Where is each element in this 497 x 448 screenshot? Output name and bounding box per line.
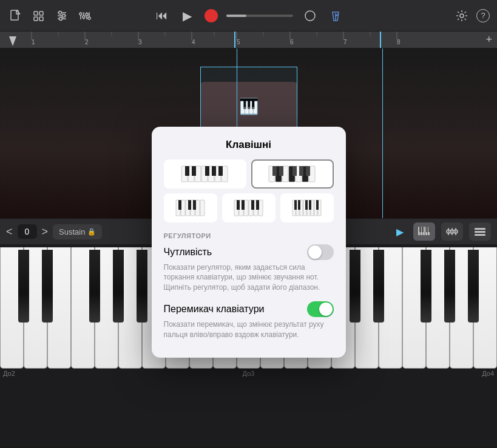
svg-rect-3 <box>34 17 38 21</box>
svg-rect-0 <box>11 10 18 20</box>
next-octave-button[interactable]: > <box>42 226 49 238</box>
tracks-icon[interactable] <box>30 7 47 24</box>
keyboard-switch-toggle-thumb <box>319 303 333 316</box>
settings-icon[interactable] <box>453 7 470 24</box>
playhead-line-2 <box>382 48 383 218</box>
toolbar-center: ⏮ ▶ <box>154 7 344 24</box>
piano-key-black[interactable] <box>89 250 100 323</box>
svg-rect-98 <box>251 200 254 210</box>
svg-rect-55 <box>475 231 485 233</box>
new-song-icon[interactable] <box>7 7 24 24</box>
svg-rect-2 <box>39 12 43 15</box>
svg-rect-80 <box>306 166 310 176</box>
expand-button[interactable]: ▶ <box>393 224 407 239</box>
keyboard-options-bottom <box>164 193 334 222</box>
sensitivity-toggle-thumb <box>308 246 322 259</box>
progress-bar[interactable] <box>226 15 293 17</box>
svg-rect-89 <box>193 200 196 210</box>
timeline-ruler: 1 2 3 4 5 6 7 8 + <box>0 32 497 48</box>
progress-bar-fill <box>226 15 246 17</box>
svg-point-16 <box>83 16 85 18</box>
loop-icon[interactable] <box>302 7 319 24</box>
keyboard-settings-modal: Клавішні <box>152 127 346 358</box>
piano-key-black[interactable] <box>42 250 53 323</box>
svg-rect-1 <box>34 12 38 15</box>
svg-rect-67 <box>212 166 216 176</box>
keyboard-option-4[interactable] <box>222 193 276 222</box>
sustain-button[interactable]: Sustain 🔒 <box>53 224 102 239</box>
note-labels: До2 До3 До4 <box>0 370 497 377</box>
list-view-button[interactable] <box>469 222 491 241</box>
svg-rect-112 <box>316 200 319 210</box>
svg-rect-46 <box>426 227 428 232</box>
sustain-label: Sustain <box>59 227 85 236</box>
record-button[interactable] <box>205 9 218 22</box>
svg-rect-110 <box>305 200 308 210</box>
svg-rect-108 <box>294 200 297 210</box>
piano-key-black[interactable] <box>18 250 29 323</box>
svg-rect-47 <box>428 227 430 232</box>
keyboard-option-2[interactable] <box>251 159 334 189</box>
svg-rect-65 <box>192 166 196 176</box>
svg-rect-66 <box>205 166 209 176</box>
piano-key-black[interactable] <box>421 250 431 323</box>
svg-rect-4 <box>39 17 43 21</box>
modal-title: Клавішні <box>164 139 334 151</box>
sensitivity-label: Чутливість <box>164 247 212 258</box>
keyboard-options-top <box>164 159 334 189</box>
svg-point-10 <box>59 17 63 20</box>
play-button[interactable]: ▶ <box>179 7 196 24</box>
keyboard-switch-toggle[interactable] <box>307 301 334 317</box>
keyboard-option-5[interactable] <box>280 193 334 222</box>
svg-point-17 <box>86 13 88 16</box>
svg-rect-56 <box>475 234 485 236</box>
help-icon[interactable]: ? <box>476 9 490 22</box>
svg-point-18 <box>88 17 90 19</box>
keyboard-switch-row: Перемикач клавіатури <box>164 301 334 317</box>
keyboard-option-3[interactable] <box>164 193 217 222</box>
keyboard-switch-label: Перемикач клавіатури <box>164 304 265 315</box>
do4-label: До4 <box>482 370 494 377</box>
svg-rect-68 <box>218 166 223 176</box>
sensitivity-description: Показати регулятор, яким задається сила … <box>164 262 334 293</box>
rewind-button[interactable]: ⏮ <box>154 7 171 24</box>
svg-point-19 <box>305 11 315 21</box>
metronome-icon[interactable] <box>327 7 344 24</box>
prev-octave-button[interactable]: < <box>6 226 13 238</box>
chord-view-button[interactable] <box>441 222 463 241</box>
keyboard-option-1[interactable] <box>164 159 246 189</box>
control-bar-right: ▶ <box>393 222 491 241</box>
sensitivity-toggle[interactable] <box>307 244 334 260</box>
svg-rect-77 <box>279 166 283 176</box>
mixer-icon[interactable] <box>53 7 70 24</box>
main-toolbar: ⏮ ▶ ? <box>0 0 497 32</box>
svg-point-9 <box>63 14 66 17</box>
piano-key-black[interactable] <box>113 250 124 323</box>
svg-rect-96 <box>237 200 240 210</box>
piano-key-black[interactable] <box>444 250 455 323</box>
svg-rect-111 <box>309 200 311 210</box>
piano-key-black[interactable] <box>350 250 360 323</box>
svg-rect-76 <box>272 166 277 176</box>
sensitivity-row: Чутливість <box>164 244 334 260</box>
svg-rect-99 <box>256 200 259 210</box>
keyboard-switch-description: Показати перемикач, що змінює результат … <box>164 319 334 340</box>
toolbar-right: ? <box>349 7 490 24</box>
toolbar-left <box>7 7 149 24</box>
piano-key-black[interactable] <box>373 250 384 323</box>
do2-label: До2 <box>3 370 15 377</box>
svg-rect-78 <box>292 166 297 176</box>
svg-rect-87 <box>178 200 181 210</box>
svg-rect-54 <box>475 228 485 230</box>
piano-key-black[interactable] <box>468 250 479 323</box>
svg-rect-79 <box>299 166 303 176</box>
octave-value: 0 <box>18 224 37 239</box>
svg-rect-109 <box>298 200 300 210</box>
svg-rect-86 <box>200 200 205 216</box>
svg-point-15 <box>79 13 82 15</box>
piano-view-button[interactable] <box>413 222 435 241</box>
add-track-button[interactable]: + <box>485 33 492 46</box>
piano-key-black[interactable] <box>137 250 147 323</box>
track-block[interactable]: 🎹 <box>200 82 297 130</box>
eq-icon[interactable] <box>76 7 93 24</box>
